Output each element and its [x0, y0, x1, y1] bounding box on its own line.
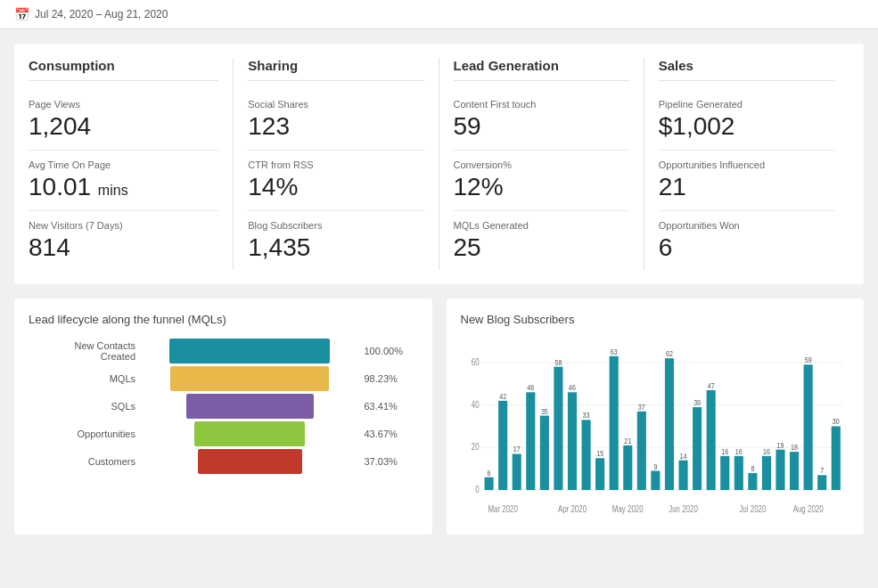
x-axis-label: Jun 2020 — [669, 505, 698, 515]
bar-rect — [623, 445, 632, 490]
metric-blog-subscribers: Blog Subscribers 1,435 — [248, 211, 423, 271]
bar-value-label: 21 — [624, 437, 631, 446]
unit: mins — [98, 183, 128, 198]
bar-rect — [720, 456, 729, 490]
bar-rect — [651, 471, 660, 490]
funnel-row: Customers37.03% — [37, 449, 409, 474]
metric-value: 1,204 — [29, 113, 218, 141]
bar-value-label: 42 — [499, 392, 506, 401]
bar-value-label: 14 — [679, 452, 686, 461]
metric-label: CTR from RSS — [248, 159, 423, 170]
metric-content-first-touch: Content First touch 59 — [454, 90, 629, 151]
metric-opps-won: Opportunities Won 6 — [659, 211, 835, 271]
funnel-row: New Contacts Created100.00% — [37, 339, 409, 363]
metric-label: Social Shares — [248, 99, 423, 110]
svg-text:60: 60 — [471, 357, 479, 367]
bar-chart-container: 0204060642174635584633156321379621439471… — [461, 339, 850, 517]
funnel-bar-wrap — [143, 394, 357, 419]
x-axis-label: Mar 2020 — [488, 505, 517, 515]
metric-value: 25 — [454, 234, 629, 262]
bar-rect — [498, 401, 507, 490]
metric-label: Content First touch — [454, 99, 629, 110]
funnel-bar-wrap — [143, 366, 357, 391]
metric-value: 14% — [248, 174, 423, 201]
bar-chart-card: New Blog Subscribers 0204060642174635584… — [447, 298, 865, 535]
bar-value-label: 58 — [554, 358, 562, 367]
bar-rect — [609, 356, 618, 490]
metric-new-visitors: New Visitors (7 Days) 814 — [29, 211, 218, 271]
bar-rect — [775, 450, 784, 490]
funnel-container: New Contacts Created100.00%MQLs98.23%SQL… — [29, 339, 418, 474]
funnel-pct: 63.41% — [365, 401, 409, 412]
metrics-section: Consumption Page Views 1,204 Avg Time On… — [14, 44, 864, 284]
bar-value-label: 63 — [610, 347, 617, 356]
consumption-title: Consumption — [29, 58, 218, 81]
metric-label: Pipeline Generated — [659, 99, 835, 110]
funnel-row: Opportunities43.67% — [37, 421, 409, 446]
charts-row: Lead lifecycle along the funnel (MQLs) N… — [14, 298, 864, 535]
lead-generation-group: Lead Generation Content First touch 59 C… — [439, 58, 644, 270]
metric-ctr-rss: CTR from RSS 14% — [248, 151, 423, 211]
calendar-icon: 📅 — [14, 7, 29, 21]
bar-value-label: 17 — [513, 445, 520, 454]
metric-avg-time: Avg Time On Page 10.01 mins — [29, 151, 218, 211]
bar-value-label: 46 — [527, 384, 534, 393]
funnel-pct: 37.03% — [365, 456, 409, 467]
bar-rect — [817, 476, 826, 491]
bar-rect — [595, 459, 604, 491]
bar-value-label: 19 — [776, 441, 784, 450]
funnel-bar — [186, 394, 314, 419]
date-range-text: Jul 24, 2020 – Aug 21, 2020 — [35, 8, 168, 20]
metric-value: 1,435 — [248, 234, 423, 262]
svg-text:40: 40 — [471, 400, 479, 410]
metric-label: New Visitors (7 Days) — [29, 220, 218, 231]
svg-text:20: 20 — [471, 443, 479, 453]
metric-value: 6 — [659, 234, 835, 262]
metric-page-views: Page Views 1,204 — [29, 90, 218, 151]
bar-value-label: 8 — [751, 465, 754, 474]
lead-gen-title: Lead Generation — [454, 58, 629, 81]
bar-rect — [693, 407, 702, 490]
bar-rect — [706, 390, 715, 490]
bar-value-label: 6 — [487, 469, 490, 478]
bar-rect — [567, 393, 576, 491]
funnel-row: MQLs98.23% — [37, 366, 409, 391]
sharing-group: Sharing Social Shares 123 CTR from RSS 1… — [234, 58, 439, 270]
bar-value-label: 18 — [791, 444, 798, 453]
bar-value-label: 35 — [540, 407, 547, 416]
bar-rect — [526, 393, 535, 491]
bar-rect — [539, 416, 548, 490]
bar-value-label: 16 — [721, 447, 728, 456]
svg-text:0: 0 — [475, 486, 479, 495]
funnel-bar-wrap — [143, 449, 357, 474]
funnel-label: Customers — [37, 456, 135, 467]
metric-label: Opportunities Influenced — [659, 159, 835, 170]
bar-rect — [664, 359, 673, 491]
metric-value: 123 — [248, 113, 423, 141]
funnel-label: MQLs — [37, 373, 135, 384]
funnel-bar — [169, 339, 330, 363]
bar-value-label: 59 — [804, 356, 811, 365]
date-range[interactable]: 📅 Jul 24, 2020 – Aug 21, 2020 — [14, 7, 168, 21]
bar-rect — [512, 454, 521, 491]
bar-value-label: 16 — [762, 447, 769, 456]
funnel-bar-wrap — [143, 421, 357, 446]
funnel-bar — [198, 449, 302, 474]
funnel-bar — [194, 421, 305, 446]
bar-value-label: 30 — [832, 418, 839, 427]
funnel-pct: 98.23% — [365, 373, 409, 384]
metric-value: 10.01 mins — [29, 174, 218, 201]
metric-value: 59 — [454, 113, 629, 141]
metric-label: Blog Subscribers — [248, 220, 423, 231]
funnel-label: New Contacts Created — [37, 340, 135, 362]
metric-value: 21 — [659, 174, 835, 201]
bar-value-label: 47 — [707, 382, 714, 391]
bar-rect — [748, 473, 757, 490]
bar-rect — [678, 461, 687, 490]
bar-chart-title: New Blog Subscribers — [461, 313, 850, 326]
metric-mqls: MQLs Generated 25 — [454, 211, 629, 271]
metric-label: MQLs Generated — [454, 220, 629, 231]
x-axis-label: May 2020 — [611, 505, 643, 515]
funnel-bar-wrap — [143, 339, 357, 363]
bar-rect — [831, 427, 840, 491]
